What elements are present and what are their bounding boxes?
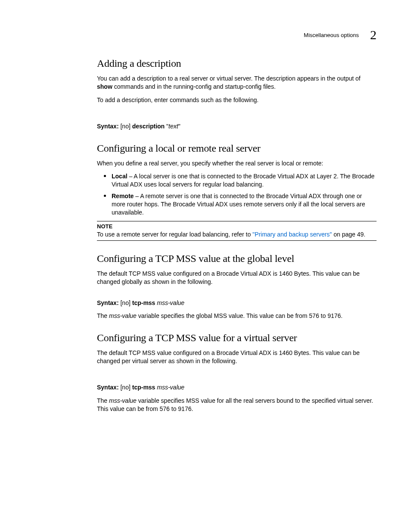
text-span: You can add a description to a real serv… (97, 75, 361, 82)
syntax-arg: text (168, 123, 178, 130)
para-adding-desc-1: You can add a description to a real serv… (97, 75, 377, 91)
text-span: To use a remote server for regular load … (97, 231, 252, 238)
para-mss-global-2: The mss-value variable specifies the glo… (97, 312, 377, 320)
syntax-no: [no] (120, 384, 132, 391)
syntax-no: [no] (120, 123, 132, 130)
syntax-cmd: tcp-mss (132, 384, 157, 391)
syntax-no: [no] (120, 299, 132, 306)
text-italic: mss-value (109, 312, 137, 319)
list-item: Local – A local server is one that is co… (97, 172, 377, 189)
note-block: NOTE To use a remote server for regular … (97, 221, 377, 241)
heading-mss-vs: Configuring a TCP MSS value for a virtua… (97, 332, 377, 344)
note-text: To use a remote server for regular load … (97, 230, 377, 239)
note-label: NOTE (97, 223, 377, 230)
text-span: The (97, 312, 109, 319)
link-primary-backup[interactable]: "Primary and backup servers" (252, 231, 332, 238)
page-container: Miscellaneous options 2 Adding a descrip… (0, 0, 411, 532)
bullet-icon (104, 195, 106, 197)
bullet-icon (104, 175, 106, 177)
syntax-label: Syntax: (97, 299, 120, 306)
syntax-description: Syntax: [no] description "text" (97, 122, 377, 131)
text-span: commands and in the running-config and s… (112, 83, 276, 90)
text-span: variable specifies the global MSS value.… (137, 312, 342, 319)
main-content: Adding a description You can add a descr… (97, 58, 377, 413)
running-header-title: Miscellaneous options (304, 32, 359, 38)
bullet-label: Local (112, 173, 128, 180)
text-span: The (97, 397, 109, 404)
heading-local-remote: Configuring a local or remote real serve… (97, 143, 377, 154)
chapter-number: 2 (370, 28, 377, 42)
para-mss-vs-1: The default TCP MSS value configured on … (97, 349, 377, 365)
bullet-text: – A local server is one that is connecte… (112, 173, 374, 188)
para-adding-desc-2: To add a description, enter commands suc… (97, 96, 377, 104)
para-mss-vs-2: The mss-value variable specifies MSS val… (97, 397, 377, 413)
text-span: on page 49. (332, 231, 365, 238)
syntax-cmd: tcp-mss (132, 299, 157, 306)
bullet-label: Remote (112, 193, 134, 199)
syntax-quote: " (165, 123, 168, 130)
list-item: Remote – A remote server is one that is … (97, 192, 377, 217)
syntax-mss-vs: Syntax: [no] tcp-mss mss-value (97, 383, 377, 392)
para-local-remote-intro: When you define a real server, you speci… (97, 159, 377, 168)
syntax-cmd: description (132, 123, 165, 130)
text-span: variable specifies MSS value for all the… (97, 397, 373, 412)
syntax-arg: mss-value (157, 299, 184, 306)
running-header: Miscellaneous options 2 (304, 28, 377, 42)
cmd-show: show (97, 83, 112, 90)
heading-adding-description: Adding a description (97, 58, 377, 69)
para-mss-global-1: The default TCP MSS value configured on … (97, 270, 377, 286)
syntax-label: Syntax: (97, 384, 120, 391)
bullet-text: – A remote server is one that is connect… (112, 193, 365, 216)
note-rule-top (97, 221, 377, 221)
syntax-quote: " (178, 123, 181, 130)
text-italic: mss-value (109, 397, 137, 404)
syntax-label: Syntax: (97, 123, 120, 130)
note-rule-bottom (97, 240, 377, 241)
bullet-list-local-remote: Local – A local server is one that is co… (97, 172, 377, 216)
syntax-arg: mss-value (157, 384, 184, 391)
heading-mss-global: Configuring a TCP MSS value at the globa… (97, 253, 377, 264)
syntax-mss-global: Syntax: [no] tcp-mss mss-value (97, 299, 377, 307)
